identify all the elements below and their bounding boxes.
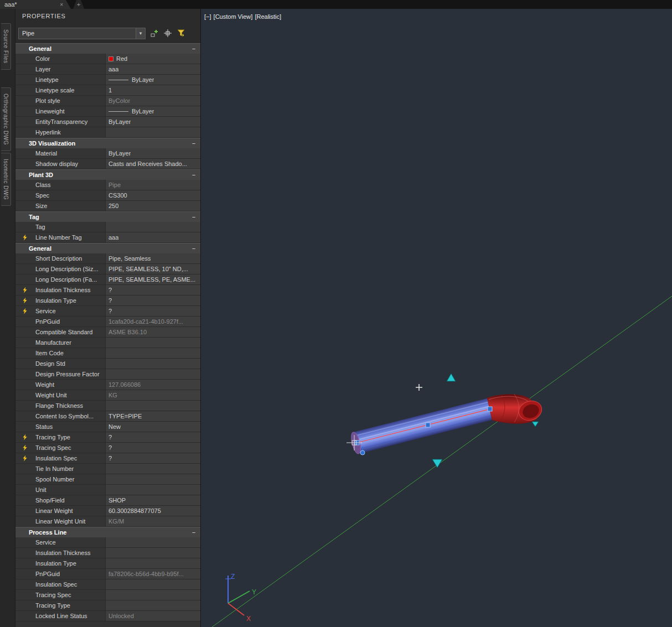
property-row[interactable]: Linear Weight60.3002884877075: [15, 506, 200, 516]
property-row[interactable]: Line Number Tagaaa: [15, 232, 200, 243]
property-value[interactable]: [105, 401, 200, 411]
property-value[interactable]: KG/M: [105, 516, 200, 526]
property-value[interactable]: 60.3002884877075: [105, 506, 200, 516]
collapse-icon[interactable]: −: [190, 245, 198, 252]
property-value[interactable]: PIPE, SEAMLESS, 10" ND,...: [105, 264, 200, 274]
grip-arrow-small[interactable]: [532, 422, 539, 427]
property-value[interactable]: [105, 600, 200, 610]
property-value[interactable]: aaa: [105, 232, 200, 242]
property-value[interactable]: ?: [105, 306, 200, 316]
collapse-icon[interactable]: −: [190, 213, 198, 221]
side-tab-source-files[interactable]: Source Files: [1, 23, 11, 70]
property-value[interactable]: fa78206c-b56d-4bb9-b95f...: [105, 569, 200, 579]
property-row[interactable]: Tag: [15, 222, 200, 232]
drawing-viewport[interactable]: [−] [Custom View] [Realistic]: [201, 9, 672, 627]
property-row[interactable]: Linear Weight UnitKG/M: [15, 516, 200, 527]
property-value[interactable]: [105, 359, 200, 369]
property-row[interactable]: Flange Thickness: [15, 401, 200, 411]
property-value[interactable]: 250: [105, 201, 200, 211]
tab-close-icon[interactable]: ×: [60, 2, 63, 8]
property-row[interactable]: Size250: [15, 201, 200, 211]
property-row[interactable]: Tie In Number: [15, 464, 200, 474]
property-value[interactable]: [105, 464, 200, 474]
property-value[interactable]: [105, 127, 200, 137]
object-type-select[interactable]: Pipe ▾: [18, 28, 146, 39]
property-value[interactable]: PIPE, SEAMLESS, PE, ASME...: [105, 274, 200, 284]
property-value[interactable]: SHOP: [105, 495, 200, 505]
property-row[interactable]: Hyperlink: [15, 127, 200, 138]
collapse-icon[interactable]: −: [190, 528, 198, 536]
property-row[interactable]: Tracing Spec?: [15, 443, 200, 453]
property-value[interactable]: ByColor: [105, 96, 200, 106]
toggle-pickadd-icon[interactable]: [150, 29, 159, 38]
property-row[interactable]: SpecCS300: [15, 190, 200, 201]
property-value[interactable]: [105, 558, 200, 568]
property-value[interactable]: New: [105, 422, 200, 432]
property-row[interactable]: Content Iso Symbol...TYPE=PIPE: [15, 411, 200, 422]
property-row[interactable]: Spool Number: [15, 474, 200, 485]
property-value[interactable]: ByLayer: [105, 148, 200, 158]
property-row[interactable]: Design Std: [15, 359, 200, 369]
property-value[interactable]: [105, 590, 200, 600]
section-header[interactable]: Tag−: [15, 211, 200, 222]
property-row[interactable]: Compatible StandardASME B36.10: [15, 327, 200, 338]
property-value[interactable]: [105, 485, 200, 495]
property-row[interactable]: Insulation Type: [15, 558, 200, 569]
grip-arrow-up[interactable]: [447, 374, 456, 381]
section-header[interactable]: General−: [15, 243, 200, 253]
property-row[interactable]: LineweightByLayer: [15, 106, 200, 117]
property-value[interactable]: Pipe, Seamless: [105, 253, 200, 263]
property-value[interactable]: 1cafa20d-ca21-4b10-927f...: [105, 317, 200, 327]
property-row[interactable]: LinetypeByLayer: [15, 75, 200, 85]
property-row[interactable]: Manufacturer: [15, 338, 200, 348]
property-value[interactable]: Red: [105, 54, 200, 64]
section-header[interactable]: 3D Visualization−: [15, 138, 200, 148]
side-tab-orthographic-dwg[interactable]: Orthographic DWG: [1, 87, 11, 151]
property-value[interactable]: ?: [105, 296, 200, 305]
property-value[interactable]: ?: [105, 432, 200, 442]
viewport-view-control[interactable]: [Custom View]: [214, 13, 253, 20]
property-row[interactable]: Tracing Type?: [15, 432, 200, 443]
property-row[interactable]: Insulation Thickness?: [15, 285, 200, 296]
property-value[interactable]: ByLayer: [105, 117, 200, 127]
grip-square[interactable]: [426, 423, 430, 427]
property-value[interactable]: Unlocked: [105, 611, 200, 621]
grip-dot[interactable]: [360, 450, 365, 455]
collapse-icon[interactable]: −: [190, 171, 198, 179]
property-value[interactable]: [105, 369, 200, 379]
property-row[interactable]: Locked Line StatusUnlocked: [15, 611, 200, 621]
grip-arrow-down[interactable]: [432, 459, 442, 468]
property-row[interactable]: Short DescriptionPipe, Seamless: [15, 253, 200, 264]
property-row[interactable]: Insulation Spec?: [15, 453, 200, 464]
property-value[interactable]: CS300: [105, 190, 200, 200]
viewport-visual-style-control[interactable]: [Realistic]: [255, 13, 281, 20]
property-row[interactable]: Tracing Type: [15, 600, 200, 611]
property-row[interactable]: EntityTransparencyByLayer: [15, 117, 200, 127]
property-value[interactable]: [105, 348, 200, 358]
property-row[interactable]: Service?: [15, 306, 200, 317]
property-row[interactable]: Service: [15, 537, 200, 548]
viewport-minimize-control[interactable]: [−]: [204, 13, 211, 20]
property-value[interactable]: 1: [105, 85, 200, 95]
property-row[interactable]: Linetype scale1: [15, 85, 200, 96]
side-tab-isometric-dwg[interactable]: Isometric DWG: [1, 153, 11, 206]
chevron-down-icon[interactable]: ▾: [136, 28, 145, 39]
property-value[interactable]: [105, 548, 200, 558]
property-row[interactable]: ColorRed: [15, 54, 200, 64]
new-tab-button[interactable]: +: [73, 0, 84, 9]
property-value[interactable]: [105, 537, 200, 547]
property-row[interactable]: Plot styleByColor: [15, 96, 200, 106]
property-row[interactable]: Layeraaa: [15, 64, 200, 75]
quick-select-icon[interactable]: [177, 29, 185, 38]
property-row[interactable]: Insulation Spec: [15, 579, 200, 590]
property-row[interactable]: Unit: [15, 485, 200, 495]
section-header[interactable]: Plant 3D−: [15, 169, 200, 180]
property-row[interactable]: ClassPipe: [15, 180, 200, 190]
property-row[interactable]: PnPGuidfa78206c-b56d-4bb9-b95f...: [15, 569, 200, 579]
property-row[interactable]: Tracing Spec: [15, 590, 200, 600]
property-value[interactable]: KG: [105, 390, 200, 400]
property-row[interactable]: Design Pressure Factor: [15, 369, 200, 380]
property-value[interactable]: ?: [105, 453, 200, 463]
selected-pipe[interactable]: [349, 398, 493, 455]
property-value[interactable]: Casts and Receives Shado...: [105, 159, 200, 169]
